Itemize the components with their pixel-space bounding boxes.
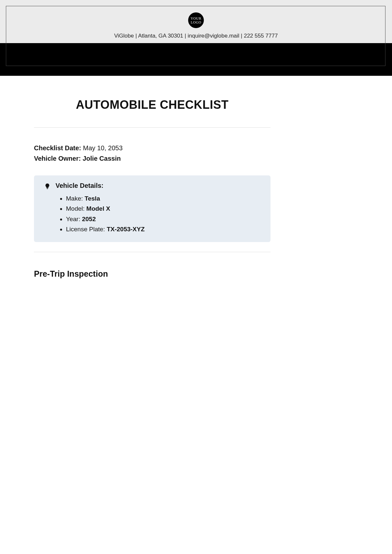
checklist-date-value: May 10, 2053 [83, 144, 122, 152]
checklist-date-row: Checklist Date: May 10, 2053 [34, 143, 270, 153]
meta-block: Checklist Date: May 10, 2053 Vehicle Own… [34, 143, 270, 164]
checklist-date-label: Checklist Date: [34, 144, 81, 152]
logo-text-top: YOUR [190, 16, 201, 20]
vehicle-owner-value: Jolie Cassin [83, 155, 121, 162]
logo-placeholder: YOUR LOGO [188, 12, 204, 28]
vehicle-owner-label: Vehicle Owner: [34, 155, 81, 162]
detail-label: Make: [66, 195, 83, 202]
divider [34, 127, 270, 128]
detail-value: 2052 [82, 216, 96, 222]
vehicle-owner-row: Vehicle Owner: Jolie Cassin [34, 153, 270, 164]
header-black-band [0, 43, 392, 76]
detail-label: Model: [66, 205, 85, 212]
detail-label: License Plate: [66, 226, 105, 233]
list-item: Year: 2052 [66, 214, 262, 224]
callout-header: Vehicle Details: [42, 182, 262, 189]
section-heading-pretrip: Pre-Trip Inspection [34, 269, 270, 279]
detail-value: TX-2053-XYZ [107, 226, 145, 233]
vehicle-details-callout: Vehicle Details: Make: Tesla Model: Mode… [34, 175, 270, 242]
logo-circle: YOUR LOGO [188, 12, 204, 28]
detail-label: Year: [66, 216, 80, 222]
divider [34, 252, 270, 252]
list-item: Model: Model X [66, 204, 262, 214]
vehicle-details-heading: Vehicle Details: [56, 182, 104, 189]
contact-line: ViGlobe | Atlanta, GA 30301 | inquire@vi… [0, 33, 392, 39]
lightbulb-icon [44, 182, 51, 189]
detail-value: Tesla [85, 195, 100, 202]
list-item: License Plate: TX-2053-XYZ [66, 224, 262, 234]
svg-rect-1 [47, 188, 48, 189]
svg-rect-0 [47, 188, 48, 188]
detail-value: Model X [86, 205, 110, 212]
vehicle-details-list: Make: Tesla Model: Model X Year: 2052 Li… [42, 193, 262, 234]
list-item: Make: Tesla [66, 193, 262, 204]
page-title: AUTOMOBILE CHECKLIST [34, 98, 270, 112]
logo-text-bottom: LOGO [191, 20, 202, 24]
